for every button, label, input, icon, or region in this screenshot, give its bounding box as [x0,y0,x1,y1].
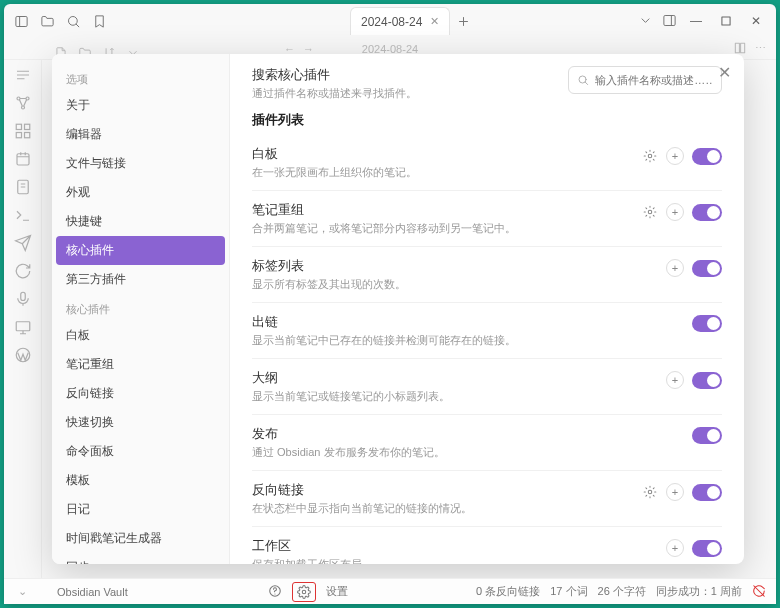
publish-icon[interactable] [14,234,32,252]
nav-forward-icon[interactable]: → [303,43,314,55]
slides-icon[interactable] [14,318,32,336]
status-sync[interactable]: 同步成功：1 周前 [656,584,742,600]
plugin-desc: 在状态栏中显示指向当前笔记的链接的情况。 [252,501,634,516]
new-tab-button[interactable] [452,10,474,32]
plugin-name: 发布 [252,425,684,443]
sidebar-item[interactable]: 模板 [52,466,229,495]
sidebar-item[interactable]: 快速切换 [52,408,229,437]
sidebar-toggle-right-icon[interactable] [658,9,680,31]
gear-icon[interactable] [642,484,658,500]
sync-icon[interactable] [14,262,32,280]
svg-rect-0 [15,16,26,26]
more-icon[interactable]: ⋯ [755,42,766,55]
toggle-switch[interactable] [692,204,722,221]
toggle-switch[interactable] [692,484,722,501]
gear-icon[interactable] [642,204,658,220]
settings-body: 搜索核心插件 通过插件名称或描述来寻找插件。 插件列表 白板在一张无限画布上组织… [230,54,744,564]
sidebar-item[interactable]: 日记 [52,495,229,524]
plugin-desc: 显示当前笔记中已存在的链接并检测可能存在的链接。 [252,333,684,348]
sidebar-item[interactable]: 第三方插件 [52,265,229,294]
plugin-name: 反向链接 [252,481,634,499]
svg-point-17 [648,154,652,158]
search-icon [577,73,589,87]
window-close[interactable]: ✕ [742,9,770,33]
toggle-switch[interactable] [692,540,722,557]
plugin-desc: 通过 Obsidian 发布服务发布你的笔记。 [252,445,684,460]
toggle-switch[interactable] [692,372,722,389]
plus-icon[interactable]: + [666,259,684,277]
search-input[interactable] [595,74,713,86]
plus-icon[interactable]: + [666,203,684,221]
status-chars[interactable]: 26 个字符 [598,584,646,600]
settings-button[interactable] [292,582,316,602]
plugin-desc: 显示当前笔记或链接笔记的小标题列表。 [252,389,658,404]
sidebar-item[interactable]: 同步 [52,553,229,564]
vault-name[interactable]: Obsidian Vault [57,586,128,598]
mic-icon[interactable] [14,290,32,308]
search-icon[interactable] [62,10,84,32]
plugin-row: 大纲显示当前笔记或链接笔记的小标题列表。+ [252,358,722,414]
window-maximize[interactable] [712,9,740,33]
wordpress-icon[interactable] [14,346,32,364]
folder-icon[interactable] [36,10,58,32]
plugin-name: 笔记重组 [252,201,634,219]
command-icon[interactable] [14,206,32,224]
template-icon[interactable] [14,178,32,196]
bookmark-icon[interactable] [88,10,110,32]
sidebar-item[interactable]: 时间戳笔记生成器 [52,524,229,553]
nav-back-icon[interactable]: ← [284,43,295,55]
left-ribbon [4,60,42,604]
tab-list-icon[interactable] [634,9,656,31]
plugin-row: 发布通过 Obsidian 发布服务发布你的笔记。 [252,414,722,470]
help-icon[interactable] [268,584,282,600]
status-backlinks[interactable]: 0 条反向链接 [476,584,540,600]
plugin-name: 标签列表 [252,257,658,275]
quick-switch-icon[interactable] [14,66,32,84]
sidebar-toggle-left-icon[interactable] [10,10,32,32]
note-title: 2024-08-24 [362,43,418,55]
plugin-desc: 显示所有标签及其出现的次数。 [252,277,658,292]
plugin-row: 出链显示当前笔记中已存在的链接并检测可能存在的链接。 [252,302,722,358]
plus-icon[interactable]: + [666,371,684,389]
tab-active[interactable]: 2024-08-24 ✕ [350,7,450,35]
graph-icon[interactable] [14,94,32,112]
sidebar-item[interactable]: 编辑器 [52,120,229,149]
sidebar-item[interactable]: 命令面板 [52,437,229,466]
toggle-switch[interactable] [692,260,722,277]
vault-chevron-icon[interactable]: ⌄ [18,585,27,598]
svg-point-19 [648,490,652,494]
sidebar-item[interactable]: 外观 [52,178,229,207]
sidebar-item[interactable]: 反向链接 [52,379,229,408]
gear-icon[interactable] [642,148,658,164]
plugin-row: 标签列表显示所有标签及其出现的次数。+ [252,246,722,302]
plus-icon[interactable]: + [666,539,684,557]
plugin-row: 白板在一张无限画布上组织你的笔记。+ [252,135,722,190]
close-icon[interactable]: ✕ [714,62,734,82]
canvas-icon[interactable] [14,122,32,140]
svg-rect-9 [16,133,21,138]
plugin-desc: 合并两篇笔记，或将笔记部分内容移动到另一笔记中。 [252,221,634,236]
plus-icon[interactable]: + [666,147,684,165]
sidebar-item[interactable]: 文件与链接 [52,149,229,178]
svg-rect-7 [16,124,21,129]
sync-error-icon[interactable] [752,584,766,600]
svg-rect-14 [16,322,30,331]
close-icon[interactable]: ✕ [430,15,439,28]
status-words[interactable]: 17 个词 [550,584,587,600]
plus-icon[interactable]: + [666,483,684,501]
toggle-switch[interactable] [692,427,722,444]
search-box[interactable] [568,66,722,94]
titlebar: 2024-08-24 ✕ — ✕ [4,4,776,38]
sidebar-item[interactable]: 核心插件 [56,236,225,265]
plugin-name: 出链 [252,313,684,331]
sidebar-item[interactable]: 笔记重组 [52,350,229,379]
sidebar-item[interactable]: 快捷键 [52,207,229,236]
sidebar-item[interactable]: 关于 [52,91,229,120]
svg-rect-13 [20,292,25,300]
toggle-switch[interactable] [692,315,722,332]
window-minimize[interactable]: — [682,9,710,33]
svg-point-1 [68,16,77,25]
sidebar-item[interactable]: 白板 [52,321,229,350]
daily-note-icon[interactable] [14,150,32,168]
toggle-switch[interactable] [692,148,722,165]
